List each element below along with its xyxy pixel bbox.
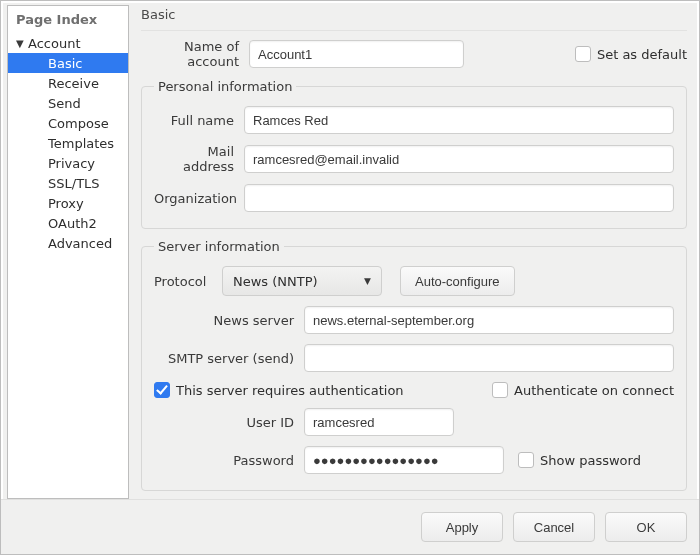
tree-item-label: Templates <box>48 136 114 151</box>
account-name-input[interactable] <box>249 40 464 68</box>
dialog-footer: Apply Cancel OK <box>1 499 699 554</box>
tree-item-proxy[interactable]: Proxy <box>8 193 128 213</box>
fullname-input[interactable] <box>244 106 674 134</box>
smtp-server-label: SMTP server (send) <box>154 351 304 366</box>
tree-item-receive[interactable]: Receive <box>8 73 128 93</box>
userid-label: User ID <box>154 415 304 430</box>
tree-item-send[interactable]: Send <box>8 93 128 113</box>
protocol-select[interactable]: News (NNTP) ▼ <box>222 266 382 296</box>
password-input[interactable] <box>304 446 504 474</box>
tree-item-label: OAuth2 <box>48 216 97 231</box>
show-password-label: Show password <box>540 453 641 468</box>
tree-item-label: Privacy <box>48 156 95 171</box>
tree-item-oauth2[interactable]: OAuth2 <box>8 213 128 233</box>
protocol-label: Protocol <box>154 274 214 289</box>
personal-info-group: Personal information Full name Mail addr… <box>141 79 687 229</box>
tree-item-label: Advanced <box>48 236 112 251</box>
userid-input[interactable] <box>304 408 454 436</box>
auth-on-connect-label: Authenticate on connect <box>514 383 674 398</box>
set-default-checkbox[interactable]: Set as default <box>575 46 687 62</box>
tree-item-label: Proxy <box>48 196 84 211</box>
cancel-button[interactable]: Cancel <box>513 512 595 542</box>
tree-item-label: SSL/TLS <box>48 176 100 191</box>
news-server-label: News server <box>154 313 304 328</box>
server-info-group: Server information Protocol News (NNTP) … <box>141 239 687 491</box>
mail-input[interactable] <box>244 145 674 173</box>
tree-item-templates[interactable]: Templates <box>8 133 128 153</box>
basic-panel: Basic Name of account Set as default Per… <box>135 5 693 499</box>
page-index-sidebar: Page Index ▼ Account Basic Receive Send … <box>7 5 129 499</box>
set-default-label: Set as default <box>597 47 687 62</box>
auth-on-connect-checkbox[interactable]: Authenticate on connect <box>492 382 674 398</box>
tree-item-label: Basic <box>48 56 82 71</box>
tree-item-label: Compose <box>48 116 109 131</box>
news-server-input[interactable] <box>304 306 674 334</box>
auto-configure-button[interactable]: Auto-configure <box>400 266 515 296</box>
page-index-title: Page Index <box>8 10 128 33</box>
account-name-label: Name of account <box>141 39 249 69</box>
mail-label: Mail address <box>154 144 244 174</box>
tree-item-ssltls[interactable]: SSL/TLS <box>8 173 128 193</box>
show-password-checkbox[interactable]: Show password <box>518 452 641 468</box>
organization-input[interactable] <box>244 184 674 212</box>
checkbox-icon <box>154 382 170 398</box>
smtp-server-input[interactable] <box>304 344 674 372</box>
expand-icon: ▼ <box>16 38 28 49</box>
requires-auth-label: This server requires authentication <box>176 383 404 398</box>
password-label: Password <box>154 453 304 468</box>
panel-title: Basic <box>141 5 687 31</box>
chevron-down-icon: ▼ <box>364 276 371 286</box>
tree-item-label: Receive <box>48 76 99 91</box>
organization-label: Organization <box>154 191 244 206</box>
tree-item-label: Account <box>28 36 81 51</box>
checkbox-icon <box>518 452 534 468</box>
tree-item-advanced[interactable]: Advanced <box>8 233 128 253</box>
ok-button[interactable]: OK <box>605 512 687 542</box>
personal-info-legend: Personal information <box>154 79 296 94</box>
requires-auth-checkbox[interactable]: This server requires authentication <box>154 382 404 398</box>
checkbox-icon <box>575 46 591 62</box>
tree-item-basic[interactable]: Basic <box>8 53 128 73</box>
checkbox-icon <box>492 382 508 398</box>
apply-button[interactable]: Apply <box>421 512 503 542</box>
tree-item-compose[interactable]: Compose <box>8 113 128 133</box>
protocol-value: News (NNTP) <box>233 274 318 289</box>
tree-item-label: Send <box>48 96 81 111</box>
tree-item-account[interactable]: ▼ Account <box>8 33 128 53</box>
tree-item-privacy[interactable]: Privacy <box>8 153 128 173</box>
fullname-label: Full name <box>154 113 244 128</box>
server-info-legend: Server information <box>154 239 284 254</box>
